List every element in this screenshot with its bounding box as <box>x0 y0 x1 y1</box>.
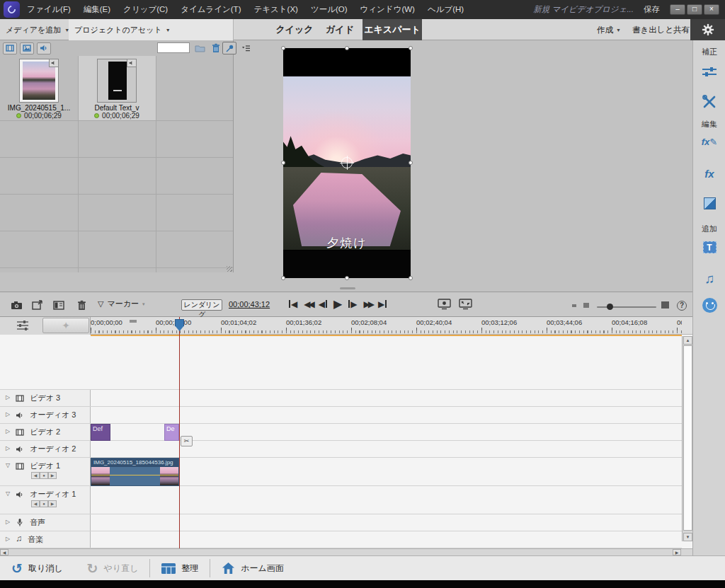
prev-keyframe-button[interactable]: ◀ <box>31 472 40 479</box>
organize-button[interactable]: 整理 <box>161 563 198 575</box>
titles-button[interactable]: T <box>693 241 725 253</box>
add-keyframe-button[interactable]: ● <box>40 500 48 507</box>
help-button[interactable]: ? <box>677 301 687 311</box>
expand-arrow-icon[interactable]: ▷ <box>6 428 10 440</box>
fast-forward-button[interactable]: ▶▶ <box>363 299 371 309</box>
add-media-button[interactable]: メディアを追加▼ <box>0 19 75 40</box>
effects-button[interactable]: fx <box>693 168 725 180</box>
redo-button[interactable]: ↻ やり直し <box>86 560 138 577</box>
monitor-settings-button[interactable] <box>438 299 451 310</box>
marker-button[interactable]: ▽ マーカー ▾ <box>98 299 145 309</box>
resize-handle-ml[interactable] <box>281 161 285 165</box>
prev-keyframe-button[interactable]: ◀ <box>31 500 40 507</box>
collapse-arrow-icon[interactable]: ▽ <box>6 462 10 485</box>
asset-item-photo[interactable]: IMG_20240515_1... 00;00;06;29 <box>0 59 78 120</box>
track-audio3[interactable]: ▷ オーディオ 3 <box>0 407 682 424</box>
panel-menu-button[interactable] <box>239 42 253 54</box>
zoom-slider-thumb[interactable] <box>607 304 613 310</box>
menu-item[interactable]: テキスト(X) <box>253 4 297 15</box>
menu-item[interactable]: ウィンドウ(W) <box>360 4 415 15</box>
step-back-button[interactable]: ◀ <box>319 299 327 309</box>
settings-gear-button[interactable] <box>690 19 725 40</box>
resize-handle-bc[interactable] <box>345 276 349 280</box>
delete-button[interactable] <box>74 299 89 311</box>
track-settings-icon[interactable] <box>16 320 30 331</box>
filter-audio-button[interactable] <box>37 42 51 54</box>
play-button[interactable]: ▶ <box>333 297 342 311</box>
menu-item[interactable]: ヘルプ(H) <box>428 4 464 15</box>
step-forward-button[interactable]: ▶ <box>348 299 357 309</box>
home-button[interactable]: ホーム画面 <box>222 562 284 575</box>
timeline-zoom-slider[interactable] <box>597 306 656 308</box>
mix-panel-button[interactable] <box>51 299 67 311</box>
undo-button[interactable]: ↺ 取り消し <box>11 560 62 577</box>
track-audio1[interactable]: ▽ オーディオ 1 ◀ ● ▶ <box>0 486 682 514</box>
zoom-small-icon[interactable] <box>583 303 589 308</box>
scroll-right-button[interactable]: ▶ <box>673 549 681 555</box>
expand-arrow-icon[interactable]: ▷ <box>6 411 10 423</box>
resize-handle-br[interactable] <box>409 276 413 280</box>
add-keyframe-button[interactable]: ● <box>40 472 48 479</box>
selection-tool-button[interactable]: ✦ <box>42 318 89 333</box>
menu-item[interactable]: ツール(O) <box>311 4 348 15</box>
expand-arrow-icon[interactable]: ▷ <box>6 445 10 457</box>
search-input[interactable] <box>157 42 190 53</box>
expand-arrow-icon[interactable]: ▷ <box>6 394 10 406</box>
resize-handle-tr[interactable] <box>409 46 413 50</box>
track-audio2[interactable]: ▷ オーディオ 2 <box>0 441 682 458</box>
tab-expert[interactable]: エキスパート <box>362 19 422 40</box>
tools-button[interactable] <box>693 94 725 110</box>
delete-asset-button[interactable] <box>209 42 223 54</box>
minimize-button[interactable]: – <box>670 4 685 15</box>
collapse-arrow-icon[interactable]: ▽ <box>6 490 10 514</box>
fast-rewind-button[interactable]: ◀◀ <box>304 299 312 309</box>
timeline-hscrollbar[interactable]: ◀ ▶ <box>0 548 692 555</box>
resize-handle-bl[interactable] <box>281 276 285 280</box>
next-keyframe-button[interactable]: ▶ <box>48 500 57 507</box>
timeline-ruler[interactable]: ✦ 0;00;00;0000;00;32;0000;01;04;0200;01;… <box>0 317 692 335</box>
menu-item[interactable]: ファイル(F) <box>27 4 71 15</box>
snapshot-button[interactable] <box>8 299 24 311</box>
save-button[interactable]: 保存 <box>644 4 660 15</box>
tab-quick[interactable]: クイック <box>273 19 316 40</box>
resize-handle-tl[interactable] <box>281 46 285 50</box>
track-video3[interactable]: ▷ ビデオ 3 <box>0 390 682 407</box>
extract-frame-button[interactable] <box>30 299 45 311</box>
go-to-start-button[interactable]: ◀ <box>289 299 297 309</box>
track-narration[interactable]: ▷ 音声 <box>0 514 682 531</box>
next-keyframe-button[interactable]: ▶ <box>48 472 57 479</box>
moods-button[interactable] <box>693 298 725 313</box>
new-folder-button[interactable] <box>193 42 207 54</box>
create-button[interactable]: 作成▼ <box>597 19 621 40</box>
menu-item[interactable]: クリップ(C) <box>123 4 168 15</box>
go-to-end-button[interactable]: ▶ <box>378 299 387 309</box>
close-button[interactable]: × <box>704 4 719 15</box>
filter-video-button[interactable] <box>3 42 17 54</box>
maximize-button[interactable]: □ <box>687 4 702 15</box>
opacity-rubber-band[interactable] <box>91 475 178 475</box>
zoom-in-icon[interactable] <box>661 301 669 309</box>
fullscreen-button[interactable] <box>459 299 472 310</box>
export-share-button[interactable]: 書き出しと共有 <box>632 19 690 40</box>
transitions-button[interactable] <box>693 197 725 209</box>
scroll-up-button[interactable]: ▲ <box>683 336 692 345</box>
tab-guide[interactable]: ガイド <box>322 19 358 40</box>
adjust-button[interactable] <box>693 66 725 79</box>
expand-arrow-icon[interactable]: ▷ <box>6 536 10 548</box>
panel-resize-grip[interactable] <box>227 266 232 272</box>
panel-splitter-handle[interactable] <box>340 287 355 289</box>
project-assets-dropdown[interactable]: プロジェクトのアセット▼ <box>69 19 176 40</box>
track-music[interactable]: ▷ ♫ 音楽 <box>0 531 682 548</box>
asset-item-title[interactable]: Default Text_v 00;00;06;29 <box>78 59 156 120</box>
render-button[interactable]: レンダリング <box>181 299 222 311</box>
effects-edit-button[interactable]: fx✎ <box>693 135 725 148</box>
video-clip[interactable]: IMG_20240515_185044536.jpg <box>91 458 179 486</box>
filter-image-button[interactable] <box>20 42 34 54</box>
split-clip-button[interactable]: ✂ <box>181 436 193 446</box>
title-clip-1[interactable]: Def <box>91 424 110 441</box>
scroll-left-button[interactable]: ◀ <box>0 549 8 555</box>
zoom-out-icon[interactable] <box>572 304 576 307</box>
expand-arrow-icon[interactable]: ▷ <box>6 519 10 531</box>
title-clip-2[interactable]: De <box>164 424 179 441</box>
timeline-vscrollbar[interactable]: ▲ ▼ <box>682 336 692 541</box>
